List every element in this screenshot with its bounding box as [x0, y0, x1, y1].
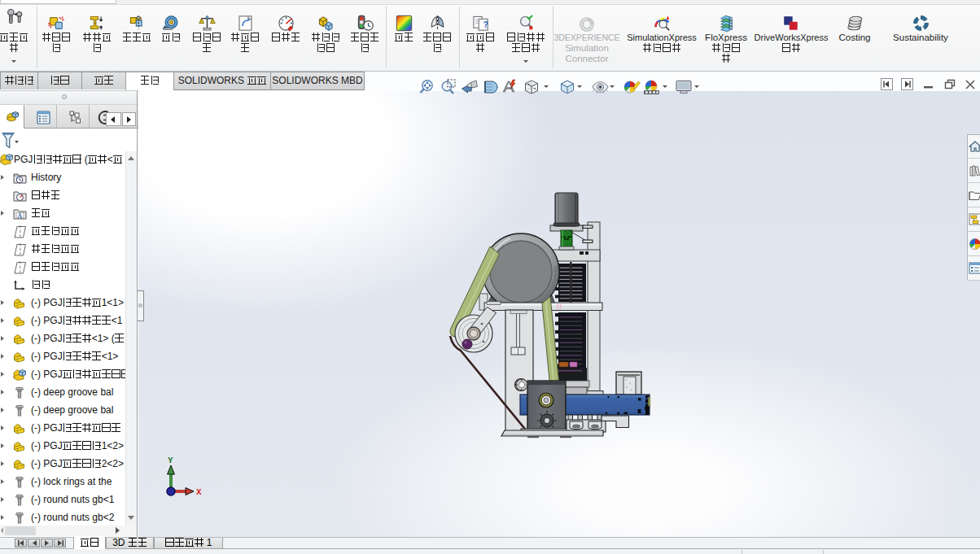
svg-text:X: X [196, 487, 202, 497]
svg-text:Y: Y [168, 456, 173, 465]
svg-text:A: A [18, 212, 23, 220]
svg-text:?: ? [483, 20, 488, 29]
